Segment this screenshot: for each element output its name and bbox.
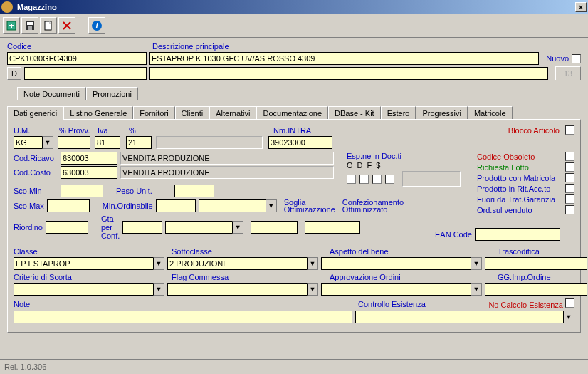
blocco-checkbox[interactable] [565,125,574,135]
tab-progressivi[interactable]: Progressivi [416,106,467,120]
export-button[interactable] [3,17,20,34]
nuovo-label: Nuovo [546,54,569,63]
tab-alternativi[interactable]: Alternativi [209,106,256,120]
descrizione-input[interactable] [149,52,539,65]
chevron-down-icon[interactable]: ▼ [42,136,53,149]
delete-button[interactable] [58,17,75,34]
pct-label: % [129,126,157,135]
sottoclasse-select[interactable]: ▼ [167,257,318,270]
svg-rect-2 [27,22,33,25]
pesounit-label: Peso Unit. [116,187,172,195]
confez-label: Confezionamento Ottiminizzato [342,199,404,213]
pct-input[interactable] [126,136,152,149]
tab-dbase[interactable]: DBase - Kit [328,106,381,120]
codcosto-input[interactable] [61,166,117,179]
trascod-input[interactable] [485,257,587,270]
tab-matricole[interactable]: Matricole [468,106,513,120]
nocalc-checkbox[interactable] [565,298,574,308]
flag-venduto-checkbox[interactable] [565,205,574,214]
confez-input[interactable] [305,221,360,234]
tab-fornitori[interactable]: Fornitori [133,106,174,120]
chevron-down-icon[interactable]: ▼ [153,283,164,296]
tab-estero[interactable]: Estero [381,106,416,120]
esp-col-s: $ [376,161,380,170]
soglia-input[interactable] [251,221,298,234]
codcosto-desc [120,166,334,179]
codricavo-desc [120,152,334,165]
chevron-down-icon[interactable]: ▼ [232,221,243,234]
soglia-label: Soglia Ottimizazzione [284,199,335,213]
minord-input[interactable] [156,199,196,212]
tab-listino[interactable]: Listino Generale [63,106,133,120]
flagcomm-select[interactable]: ▼ [167,283,318,296]
save-button[interactable] [21,17,38,34]
esp-o-checkbox[interactable] [347,175,356,184]
ean-input[interactable] [475,228,560,241]
codice-input[interactable] [7,52,147,65]
codcosto-label: Cod.Costo [14,168,58,177]
ggimp-input[interactable] [485,283,587,296]
new-button[interactable] [40,17,57,34]
gtaconf-select[interactable]: ▼ [165,221,243,234]
aspetto-select[interactable]: ▼ [321,257,482,270]
esp-col-f: F [367,161,372,170]
controllo-select[interactable]: ▼ [355,311,574,323]
approv-label: Approvazione Ordini [330,273,495,281]
d-button[interactable]: D [7,67,21,80]
tab-note-documenti[interactable]: Note Documenti [17,87,86,100]
flag-obsoleto-label: Codice Obsoleto [477,152,562,161]
chevron-down-icon[interactable]: ▼ [307,283,318,296]
window-title: Magazzino [14,3,575,11]
esp-col-d: D [357,161,363,170]
info-button[interactable]: i [88,17,105,34]
esp-d-checkbox[interactable] [359,175,369,184]
riordino-input[interactable] [46,221,88,234]
chevron-down-icon[interactable]: ▼ [471,257,482,270]
nmintra-input[interactable] [268,136,332,149]
codricavo-input[interactable] [61,152,117,165]
flag-matricola-checkbox[interactable] [565,173,574,182]
chevron-down-icon[interactable]: ▼ [266,199,277,212]
tab-promozioni[interactable]: Promozioni [86,87,138,100]
flag-garanzia-checkbox[interactable] [565,194,574,204]
d-input-2[interactable] [149,67,548,80]
scomax-input[interactable] [47,199,90,212]
blocco-label: Blocco Articolo [508,126,560,135]
esp-f-checkbox[interactable] [372,175,382,184]
tab-documentazione[interactable]: Documentazione [256,106,328,120]
minord-select[interactable]: ▼ [199,199,277,212]
gtaconf-input[interactable] [122,221,162,234]
tab-row-2: Dati generici Listino Generale Fornitori… [7,106,581,120]
nuovo-checkbox[interactable] [572,54,581,63]
iva-input[interactable] [95,136,120,149]
flag-lotto-checkbox[interactable] [565,162,574,172]
chevron-down-icon[interactable]: ▼ [563,311,574,323]
aspetto-label: Aspetto del bene [330,247,495,256]
chevron-down-icon[interactable]: ▼ [471,283,482,296]
flag-ritacc-checkbox[interactable] [565,184,574,193]
um-select[interactable]: ▼ [14,136,53,149]
approv-select[interactable]: ▼ [321,283,482,296]
nuovo-button[interactable]: 13 [555,66,581,80]
flag-lotto-label: Richiesta Lotto [477,163,562,172]
note-input[interactable] [14,311,352,323]
provv-input[interactable] [58,136,90,149]
chevron-down-icon[interactable]: ▼ [307,257,318,270]
pesounit-input[interactable] [174,185,214,197]
flagcomm-label: Flag Commessa [172,273,327,281]
status-bar: Rel. 1.0.306 [0,359,588,374]
flag-ritacc-label: Prodotto in Rit.Acc.to [477,185,562,193]
close-icon[interactable]: × [575,2,587,12]
app-icon [1,1,13,13]
d-input-1[interactable] [24,67,147,80]
esp-s-checkbox[interactable] [385,175,394,184]
flag-obsoleto-checkbox[interactable] [565,152,574,161]
scomin-input[interactable] [61,185,103,197]
pct-desc [156,136,263,149]
tab-clienti[interactable]: Clienti [175,106,210,120]
classe-select[interactable]: ▼ [14,257,164,270]
chevron-down-icon[interactable]: ▼ [153,257,164,270]
nocalc-label: No Calcolo Esistenza [488,301,563,309]
critscorta-select[interactable]: ▼ [14,283,164,296]
tab-dati-generici[interactable]: Dati generici [7,106,63,120]
